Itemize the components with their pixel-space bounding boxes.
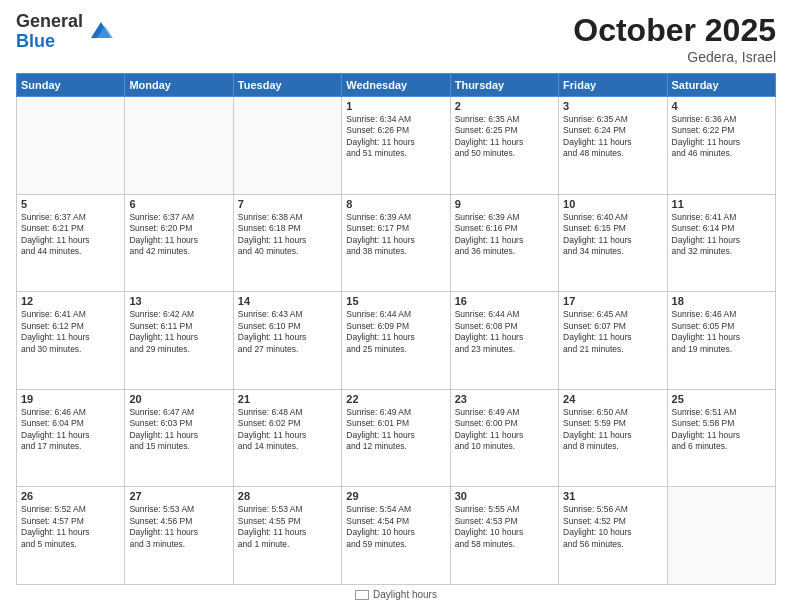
calendar-cell: 31Sunrise: 5:56 AM Sunset: 4:52 PM Dayli… xyxy=(559,487,667,585)
day-info: Sunrise: 6:46 AM Sunset: 6:04 PM Dayligh… xyxy=(21,407,120,453)
day-info: Sunrise: 6:50 AM Sunset: 5:59 PM Dayligh… xyxy=(563,407,662,453)
day-number: 7 xyxy=(238,198,337,210)
day-number: 14 xyxy=(238,295,337,307)
calendar-cell: 15Sunrise: 6:44 AM Sunset: 6:09 PM Dayli… xyxy=(342,292,450,390)
title-block: October 2025 Gedera, Israel xyxy=(573,12,776,65)
logo-text: General Blue xyxy=(16,12,83,52)
calendar-cell: 4Sunrise: 6:36 AM Sunset: 6:22 PM Daylig… xyxy=(667,97,775,195)
day-info: Sunrise: 5:54 AM Sunset: 4:54 PM Dayligh… xyxy=(346,504,445,550)
page: General Blue October 2025 Gedera, Israel… xyxy=(0,0,792,612)
day-number: 8 xyxy=(346,198,445,210)
day-number: 20 xyxy=(129,393,228,405)
day-number: 17 xyxy=(563,295,662,307)
calendar-week-3: 12Sunrise: 6:41 AM Sunset: 6:12 PM Dayli… xyxy=(17,292,776,390)
calendar-table: SundayMondayTuesdayWednesdayThursdayFrid… xyxy=(16,73,776,585)
calendar-cell: 23Sunrise: 6:49 AM Sunset: 6:00 PM Dayli… xyxy=(450,389,558,487)
day-number: 9 xyxy=(455,198,554,210)
calendar-cell: 22Sunrise: 6:49 AM Sunset: 6:01 PM Dayli… xyxy=(342,389,450,487)
day-info: Sunrise: 5:55 AM Sunset: 4:53 PM Dayligh… xyxy=(455,504,554,550)
day-info: Sunrise: 6:46 AM Sunset: 6:05 PM Dayligh… xyxy=(672,309,771,355)
day-info: Sunrise: 6:47 AM Sunset: 6:03 PM Dayligh… xyxy=(129,407,228,453)
day-info: Sunrise: 6:40 AM Sunset: 6:15 PM Dayligh… xyxy=(563,212,662,258)
calendar-cell: 3Sunrise: 6:35 AM Sunset: 6:24 PM Daylig… xyxy=(559,97,667,195)
day-info: Sunrise: 6:35 AM Sunset: 6:24 PM Dayligh… xyxy=(563,114,662,160)
weekday-header-sunday: Sunday xyxy=(17,74,125,97)
day-number: 11 xyxy=(672,198,771,210)
weekday-header-saturday: Saturday xyxy=(667,74,775,97)
calendar-cell: 8Sunrise: 6:39 AM Sunset: 6:17 PM Daylig… xyxy=(342,194,450,292)
day-info: Sunrise: 6:37 AM Sunset: 6:21 PM Dayligh… xyxy=(21,212,120,258)
title-location: Gedera, Israel xyxy=(573,49,776,65)
logo-icon xyxy=(87,16,115,44)
calendar-cell: 13Sunrise: 6:42 AM Sunset: 6:11 PM Dayli… xyxy=(125,292,233,390)
calendar-cell: 18Sunrise: 6:46 AM Sunset: 6:05 PM Dayli… xyxy=(667,292,775,390)
day-info: Sunrise: 5:53 AM Sunset: 4:55 PM Dayligh… xyxy=(238,504,337,550)
calendar-cell: 10Sunrise: 6:40 AM Sunset: 6:15 PM Dayli… xyxy=(559,194,667,292)
day-number: 18 xyxy=(672,295,771,307)
day-info: Sunrise: 6:41 AM Sunset: 6:12 PM Dayligh… xyxy=(21,309,120,355)
calendar-cell xyxy=(233,97,341,195)
day-info: Sunrise: 5:52 AM Sunset: 4:57 PM Dayligh… xyxy=(21,504,120,550)
day-number: 27 xyxy=(129,490,228,502)
day-info: Sunrise: 6:44 AM Sunset: 6:09 PM Dayligh… xyxy=(346,309,445,355)
day-number: 1 xyxy=(346,100,445,112)
calendar-cell: 9Sunrise: 6:39 AM Sunset: 6:16 PM Daylig… xyxy=(450,194,558,292)
day-number: 26 xyxy=(21,490,120,502)
day-number: 21 xyxy=(238,393,337,405)
day-number: 6 xyxy=(129,198,228,210)
calendar-cell: 5Sunrise: 6:37 AM Sunset: 6:21 PM Daylig… xyxy=(17,194,125,292)
footer: Daylight hours xyxy=(16,585,776,600)
day-info: Sunrise: 6:36 AM Sunset: 6:22 PM Dayligh… xyxy=(672,114,771,160)
day-number: 25 xyxy=(672,393,771,405)
legend-label-daylight: Daylight hours xyxy=(373,589,437,600)
day-info: Sunrise: 6:49 AM Sunset: 6:01 PM Dayligh… xyxy=(346,407,445,453)
calendar-cell xyxy=(125,97,233,195)
day-info: Sunrise: 5:53 AM Sunset: 4:56 PM Dayligh… xyxy=(129,504,228,550)
day-number: 24 xyxy=(563,393,662,405)
day-number: 15 xyxy=(346,295,445,307)
day-number: 3 xyxy=(563,100,662,112)
calendar-cell: 16Sunrise: 6:44 AM Sunset: 6:08 PM Dayli… xyxy=(450,292,558,390)
day-info: Sunrise: 6:39 AM Sunset: 6:17 PM Dayligh… xyxy=(346,212,445,258)
calendar-week-4: 19Sunrise: 6:46 AM Sunset: 6:04 PM Dayli… xyxy=(17,389,776,487)
weekday-header-friday: Friday xyxy=(559,74,667,97)
day-number: 23 xyxy=(455,393,554,405)
logo-blue: Blue xyxy=(16,32,83,52)
day-info: Sunrise: 6:51 AM Sunset: 5:58 PM Dayligh… xyxy=(672,407,771,453)
calendar-cell: 7Sunrise: 6:38 AM Sunset: 6:18 PM Daylig… xyxy=(233,194,341,292)
day-info: Sunrise: 6:39 AM Sunset: 6:16 PM Dayligh… xyxy=(455,212,554,258)
calendar-week-2: 5Sunrise: 6:37 AM Sunset: 6:21 PM Daylig… xyxy=(17,194,776,292)
weekday-header-row: SundayMondayTuesdayWednesdayThursdayFrid… xyxy=(17,74,776,97)
calendar-cell: 17Sunrise: 6:45 AM Sunset: 6:07 PM Dayli… xyxy=(559,292,667,390)
calendar-cell: 24Sunrise: 6:50 AM Sunset: 5:59 PM Dayli… xyxy=(559,389,667,487)
calendar-cell: 21Sunrise: 6:48 AM Sunset: 6:02 PM Dayli… xyxy=(233,389,341,487)
calendar-cell: 2Sunrise: 6:35 AM Sunset: 6:25 PM Daylig… xyxy=(450,97,558,195)
day-info: Sunrise: 6:37 AM Sunset: 6:20 PM Dayligh… xyxy=(129,212,228,258)
calendar-cell: 20Sunrise: 6:47 AM Sunset: 6:03 PM Dayli… xyxy=(125,389,233,487)
day-number: 5 xyxy=(21,198,120,210)
calendar-cell: 6Sunrise: 6:37 AM Sunset: 6:20 PM Daylig… xyxy=(125,194,233,292)
day-info: Sunrise: 6:45 AM Sunset: 6:07 PM Dayligh… xyxy=(563,309,662,355)
calendar-cell: 1Sunrise: 6:34 AM Sunset: 6:26 PM Daylig… xyxy=(342,97,450,195)
logo: General Blue xyxy=(16,12,115,52)
day-number: 16 xyxy=(455,295,554,307)
legend-item-daylight: Daylight hours xyxy=(355,589,437,600)
title-month: October 2025 xyxy=(573,12,776,49)
day-info: Sunrise: 6:41 AM Sunset: 6:14 PM Dayligh… xyxy=(672,212,771,258)
day-number: 30 xyxy=(455,490,554,502)
calendar-cell: 29Sunrise: 5:54 AM Sunset: 4:54 PM Dayli… xyxy=(342,487,450,585)
weekday-header-thursday: Thursday xyxy=(450,74,558,97)
calendar-cell: 12Sunrise: 6:41 AM Sunset: 6:12 PM Dayli… xyxy=(17,292,125,390)
logo-general: General xyxy=(16,12,83,32)
day-info: Sunrise: 6:44 AM Sunset: 6:08 PM Dayligh… xyxy=(455,309,554,355)
calendar-cell: 11Sunrise: 6:41 AM Sunset: 6:14 PM Dayli… xyxy=(667,194,775,292)
calendar-week-5: 26Sunrise: 5:52 AM Sunset: 4:57 PM Dayli… xyxy=(17,487,776,585)
day-number: 4 xyxy=(672,100,771,112)
day-info: Sunrise: 6:35 AM Sunset: 6:25 PM Dayligh… xyxy=(455,114,554,160)
day-info: Sunrise: 6:42 AM Sunset: 6:11 PM Dayligh… xyxy=(129,309,228,355)
calendar-week-1: 1Sunrise: 6:34 AM Sunset: 6:26 PM Daylig… xyxy=(17,97,776,195)
weekday-header-wednesday: Wednesday xyxy=(342,74,450,97)
day-info: Sunrise: 5:56 AM Sunset: 4:52 PM Dayligh… xyxy=(563,504,662,550)
calendar-cell xyxy=(667,487,775,585)
day-number: 28 xyxy=(238,490,337,502)
